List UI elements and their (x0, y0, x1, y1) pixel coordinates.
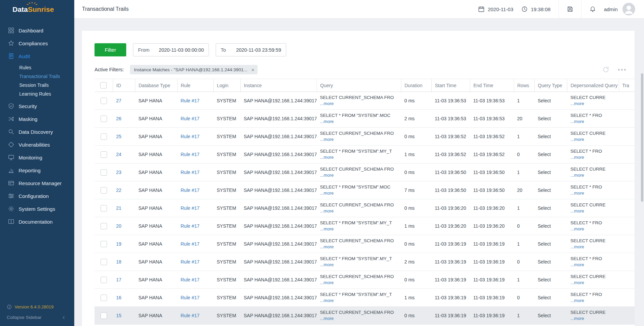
query-more-link[interactable]: ...more (320, 101, 398, 107)
row-rule-link[interactable]: Rule #17 (181, 259, 199, 265)
depersonalized-more-link[interactable]: ...more (570, 208, 615, 214)
time-display[interactable]: 19:38:08 (521, 6, 551, 12)
sidebar-item-monitoring[interactable]: Monitoring (0, 151, 74, 164)
col-header-instance[interactable]: Instance (240, 79, 317, 92)
query-more-link[interactable]: ...more (320, 119, 398, 125)
query-more-link[interactable]: ...more (320, 172, 398, 178)
avatar-icon[interactable] (622, 3, 635, 16)
sidebar-item-transactional-trails[interactable]: Transactional Trails (0, 72, 74, 81)
row-id-link[interactable]: 22 (116, 187, 122, 193)
row-checkbox[interactable] (101, 116, 107, 122)
filter-chip[interactable]: Instance Matches - "SAP HANA@192.168.1.2… (130, 65, 258, 74)
col-header-id[interactable]: ID (113, 79, 135, 92)
sidebar-item-resource-manager[interactable]: Resource Manager (0, 177, 74, 190)
depersonalized-more-link[interactable]: ...more (570, 298, 615, 304)
notifications-button[interactable] (590, 6, 596, 12)
row-id-link[interactable]: 27 (116, 98, 122, 103)
sidebar-item-dashboard[interactable]: Dashboard (0, 24, 74, 37)
row-checkbox[interactable] (101, 133, 107, 140)
sidebar-item-rules[interactable]: Rules (0, 63, 74, 72)
col-header-rows[interactable]: Rows (514, 79, 534, 92)
query-more-link[interactable]: ...more (320, 298, 398, 304)
filter-button[interactable]: Filter (95, 43, 126, 56)
col-header-trail[interactable]: Tra (619, 79, 635, 92)
row-checkbox[interactable] (101, 312, 107, 319)
row-id-link[interactable]: 26 (116, 116, 122, 121)
row-id-link[interactable]: 21 (116, 205, 122, 211)
row-checkbox[interactable] (101, 241, 107, 247)
row-id-link[interactable]: 18 (116, 259, 122, 265)
query-more-link[interactable]: ...more (320, 226, 398, 232)
depersonalized-more-link[interactable]: ...more (570, 316, 615, 322)
row-checkbox[interactable] (101, 151, 107, 158)
query-more-link[interactable]: ...more (320, 190, 398, 196)
to-date-field[interactable]: To 2020-11-03 23:59:59 (216, 43, 286, 56)
depersonalized-more-link[interactable]: ...more (570, 226, 615, 232)
col-header-query[interactable]: Query (317, 79, 401, 92)
brand-logo[interactable]: DataSunrise (0, 0, 74, 19)
row-checkbox[interactable] (101, 205, 107, 211)
row-checkbox[interactable] (101, 98, 107, 104)
from-date-field[interactable]: From 2020-11-03 00:00:00 (133, 43, 209, 56)
row-checkbox[interactable] (101, 295, 107, 301)
depersonalized-more-link[interactable]: ...more (570, 119, 615, 125)
col-header-duration[interactable]: Duration (401, 79, 431, 92)
row-rule-link[interactable]: Rule #17 (181, 134, 199, 139)
sidebar-item-reporting[interactable]: Reporting (0, 164, 74, 177)
query-more-link[interactable]: ...more (320, 280, 398, 286)
row-rule-link[interactable]: Rule #17 (181, 152, 199, 157)
select-all-checkbox[interactable] (100, 82, 107, 89)
row-checkbox[interactable] (101, 259, 107, 265)
row-rule-link[interactable]: Rule #17 (181, 98, 199, 103)
row-checkbox[interactable] (101, 187, 107, 194)
row-rule-link[interactable]: Rule #17 (181, 295, 199, 300)
refresh-icon[interactable] (602, 66, 609, 73)
depersonalized-more-link[interactable]: ...more (570, 244, 615, 250)
sidebar-item-configuration[interactable]: Configuration (0, 190, 74, 202)
row-checkbox[interactable] (101, 169, 107, 176)
row-rule-link[interactable]: Rule #17 (181, 241, 199, 247)
row-id-link[interactable]: 24 (116, 152, 122, 157)
col-header-database-type[interactable]: Database Type (135, 79, 177, 92)
depersonalized-more-link[interactable]: ...more (570, 262, 615, 268)
sidebar-item-learning-rules[interactable]: Learning Rules (0, 90, 74, 98)
sidebar-item-security[interactable]: Security (0, 100, 74, 112)
col-header-start-time[interactable]: Start Time (431, 79, 470, 92)
query-more-link[interactable]: ...more (320, 244, 398, 250)
depersonalized-more-link[interactable]: ...more (570, 136, 615, 143)
date-picker[interactable]: 2020-11-03 (478, 6, 513, 12)
sidebar-item-masking[interactable]: Masking (0, 112, 74, 125)
row-checkbox[interactable] (101, 277, 107, 283)
depersonalized-more-link[interactable]: ...more (570, 190, 615, 196)
col-header-end-time[interactable]: End Time (470, 79, 514, 92)
depersonalized-more-link[interactable]: ...more (570, 101, 615, 107)
query-more-link[interactable]: ...more (320, 316, 398, 322)
save-button[interactable] (567, 6, 573, 12)
col-header-rule[interactable]: Rule (177, 79, 213, 92)
row-rule-link[interactable]: Rule #17 (181, 205, 199, 211)
col-header-query-type[interactable]: Query Type (534, 79, 567, 92)
row-rule-link[interactable]: Rule #17 (181, 187, 199, 193)
collapse-sidebar-button[interactable]: Collapse Sidebar (0, 315, 74, 320)
row-id-link[interactable]: 16 (116, 295, 122, 300)
row-id-link[interactable]: 17 (116, 277, 122, 282)
sidebar-item-audit[interactable]: Audit (0, 50, 74, 62)
user-menu[interactable]: admin (604, 3, 635, 16)
row-rule-link[interactable]: Rule #17 (181, 223, 199, 229)
row-rule-link[interactable]: Rule #17 (181, 170, 199, 175)
depersonalized-more-link[interactable]: ...more (570, 154, 615, 160)
close-icon[interactable]: × (251, 67, 254, 72)
col-header-depersonalized-query[interactable]: Depersonalized Query (567, 79, 619, 92)
query-more-link[interactable]: ...more (320, 154, 398, 160)
vertical-scrollbar-thumb[interactable] (641, 73, 643, 202)
sidebar-item-documentation[interactable]: Documentation (0, 215, 74, 228)
row-rule-link[interactable]: Rule #17 (181, 116, 199, 121)
sidebar-item-data-discovery[interactable]: Data Discovery (0, 125, 74, 138)
query-more-link[interactable]: ...more (320, 136, 398, 143)
row-id-link[interactable]: 20 (116, 223, 122, 229)
row-rule-link[interactable]: Rule #17 (181, 313, 199, 318)
depersonalized-more-link[interactable]: ...more (570, 280, 615, 286)
depersonalized-more-link[interactable]: ...more (570, 172, 615, 178)
query-more-link[interactable]: ...more (320, 262, 398, 268)
more-options-icon[interactable] (618, 69, 626, 71)
